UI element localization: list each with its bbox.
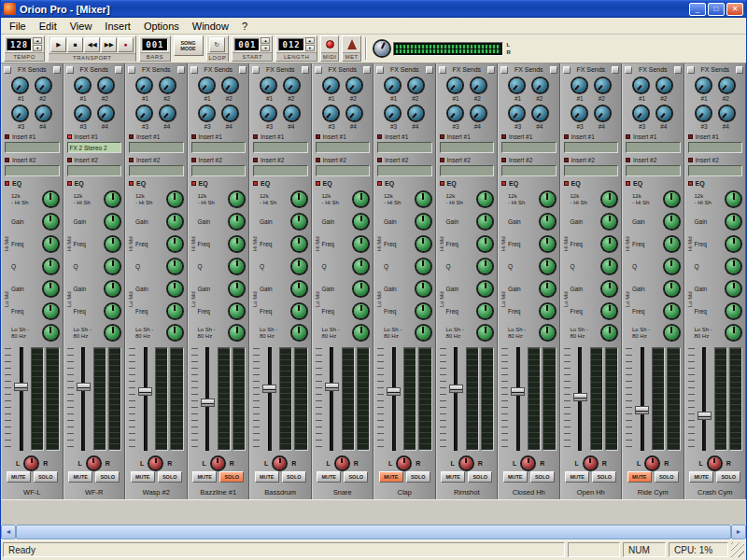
hi-shelf-gain-knob[interactable] [665,192,679,206]
fx-send-knob-1[interactable] [137,78,151,92]
hi-mid-q-knob[interactable] [292,259,306,273]
strip-config-button-right[interactable] [53,66,61,74]
pan-knob[interactable] [522,457,534,469]
lo-mid-gain-knob[interactable] [168,282,182,296]
eq-led[interactable] [191,181,196,186]
volume-fader[interactable] [76,347,92,451]
loop-icon[interactable]: ↻ [209,37,225,52]
lo-mid-gain-knob[interactable] [44,282,58,296]
eq-led[interactable] [377,181,382,186]
lo-mid-gain-knob[interactable] [665,282,679,296]
fx-send-knob-3[interactable] [634,106,648,120]
fader-cap[interactable] [325,383,339,391]
mute-button[interactable]: MUTE [192,471,217,483]
hi-mid-freq-knob[interactable] [44,237,58,251]
insert-1-slot[interactable] [501,142,557,153]
eq-led[interactable] [67,181,72,186]
fx-send-knob-4[interactable] [285,106,299,120]
strip-config-button-right[interactable] [487,66,495,74]
fx-send-knob-2[interactable] [161,78,175,92]
hi-shelf-gain-knob[interactable] [292,192,306,206]
pan-knob[interactable] [709,457,721,469]
insert-1-slot[interactable] [5,142,60,153]
fx-send-knob-2[interactable] [720,78,734,92]
hi-mid-gain-knob[interactable] [292,215,306,229]
hi-mid-gain-knob[interactable] [230,215,244,229]
strip-config-button-left[interactable] [563,66,571,74]
hi-mid-freq-knob[interactable] [478,237,492,251]
volume-fader[interactable] [261,347,277,451]
hi-mid-freq-knob[interactable] [602,237,616,251]
strip-config-button-left[interactable] [687,66,695,74]
eq-led[interactable] [626,181,630,186]
fx-send-knob-1[interactable] [386,78,400,92]
mute-button[interactable]: MUTE [565,471,589,483]
hi-mid-q-knob[interactable] [541,259,555,273]
lo-mid-gain-knob[interactable] [602,282,616,296]
fader-cap[interactable] [201,399,215,407]
hi-mid-q-knob[interactable] [354,259,368,273]
fx-send-knob-1[interactable] [324,78,338,92]
strip-config-button-left[interactable] [128,66,135,74]
lo-mid-freq-knob[interactable] [665,304,679,318]
fx-send-knob-1[interactable] [261,78,275,92]
strip-config-button-left[interactable] [315,66,322,74]
mute-button[interactable]: MUTE [7,471,31,483]
lo-mid-freq-knob[interactable] [541,304,555,318]
strip-config-button-right[interactable] [177,66,185,74]
insert-1-slot[interactable] [626,142,681,153]
lo-mid-freq-knob[interactable] [602,304,616,318]
insert-1-slot[interactable] [129,142,184,153]
lo-mid-gain-knob[interactable] [726,282,740,296]
pan-knob[interactable] [149,457,162,469]
lo-mid-freq-knob[interactable] [106,304,120,318]
insert-1-slot[interactable] [316,142,371,153]
mute-button[interactable]: MUTE [689,471,713,483]
song-mode-button[interactable]: SONG MODE [174,35,204,56]
hi-mid-freq-knob[interactable] [230,237,244,251]
fx-send-knob-3[interactable] [572,106,586,120]
hi-mid-freq-knob[interactable] [168,237,182,251]
fx-send-knob-3[interactable] [13,106,27,120]
solo-button[interactable]: SOLO [344,471,368,483]
hi-mid-gain-knob[interactable] [416,215,430,229]
hi-mid-gain-knob[interactable] [106,215,120,229]
strip-config-button-right[interactable] [302,66,309,74]
length-up-button[interactable]: ▲ [305,37,315,44]
hi-mid-freq-knob[interactable] [665,237,679,251]
hi-mid-gain-knob[interactable] [44,215,58,229]
mute-button[interactable]: MUTE [379,471,403,483]
insert-1-slot[interactable] [440,142,495,153]
solo-button[interactable]: SOLO [282,471,306,483]
fx-send-knob-1[interactable] [200,78,214,92]
insert-2-slot[interactable] [253,165,308,176]
fx-send-knob-4[interactable] [533,106,547,120]
strip-config-button-left[interactable] [376,66,384,74]
hi-mid-freq-knob[interactable] [354,237,368,251]
fx-send-knob-4[interactable] [472,106,486,120]
lo-shelf-gain-knob[interactable] [665,326,679,340]
eq-led[interactable] [501,181,506,186]
fx-send-knob-4[interactable] [347,106,361,120]
lo-mid-gain-knob[interactable] [478,282,492,296]
pan-knob[interactable] [585,457,597,469]
menu-help[interactable]: ? [235,19,254,34]
fx-send-knob-3[interactable] [76,106,90,120]
volume-fader[interactable] [448,347,464,451]
menu-edit[interactable]: Edit [33,19,63,34]
play-button[interactable]: ▶ [50,37,66,52]
fader-cap[interactable] [573,393,587,401]
eq-led[interactable] [316,181,320,186]
tempo-down-button[interactable]: ▼ [33,45,42,51]
fx-send-knob-2[interactable] [36,78,50,92]
fx-send-knob-4[interactable] [161,106,175,120]
hi-mid-q-knob[interactable] [665,259,679,273]
mute-button[interactable]: MUTE [317,471,341,483]
pan-knob[interactable] [336,457,348,469]
strip-config-button-left[interactable] [66,66,74,74]
record-button[interactable]: ● [118,37,134,52]
fader-cap[interactable] [14,383,28,391]
lo-mid-freq-knob[interactable] [168,304,182,318]
fader-cap[interactable] [387,387,401,396]
strip-config-button-right[interactable] [674,66,682,74]
